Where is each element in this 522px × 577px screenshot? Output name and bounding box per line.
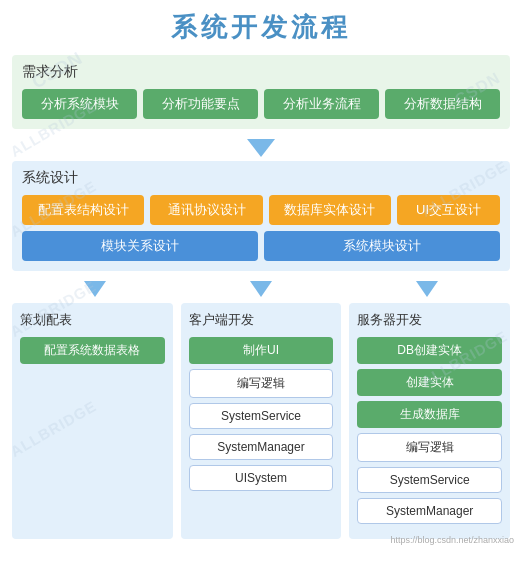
client-box-2: 编写逻辑 xyxy=(189,369,334,398)
design-section: 系统设计 配置表结构设计 通讯协议设计 数据库实体设计 UI交互设计 模块关系设… xyxy=(12,161,510,271)
client-box-3: SystemService xyxy=(189,403,334,429)
svg-marker-0 xyxy=(247,139,275,157)
server-box-5: SystemService xyxy=(357,467,502,493)
bottom-section: 策划配表 配置系统数据表格 客户端开发 制作UI 编写逻辑 SystemServ… xyxy=(12,303,510,539)
design-row1: 配置表结构设计 通讯协议设计 数据库实体设计 UI交互设计 xyxy=(22,195,500,225)
planning-box-1: 配置系统数据表格 xyxy=(20,337,165,364)
server-box-3: 生成数据库 xyxy=(357,401,502,428)
server-box-6: SystemManager xyxy=(357,498,502,524)
design-box-3: 数据库实体设计 xyxy=(269,195,391,225)
requirements-boxes: 分析系统模块 分析功能要点 分析业务流程 分析数据结构 xyxy=(22,89,500,119)
design-box-6: 系统模块设计 xyxy=(264,231,500,261)
req-box-3: 分析业务流程 xyxy=(264,89,379,119)
design-box-2: 通讯协议设计 xyxy=(150,195,263,225)
arrow-1 xyxy=(12,139,510,157)
server-box-2: 创建实体 xyxy=(357,369,502,396)
design-title: 系统设计 xyxy=(22,169,500,187)
arrows-row xyxy=(12,281,510,297)
client-box-5: UISystem xyxy=(189,465,334,491)
svg-marker-3 xyxy=(416,281,438,297)
url-text: https://blog.csdn.net/zhanxxiao xyxy=(390,535,514,545)
req-box-1: 分析系统模块 xyxy=(22,89,137,119)
col-planning: 策划配表 配置系统数据表格 xyxy=(12,303,173,539)
design-box-4: UI交互设计 xyxy=(397,195,500,225)
design-box-1: 配置表结构设计 xyxy=(22,195,144,225)
col-planning-title: 策划配表 xyxy=(20,311,165,329)
requirements-section: 需求分析 分析系统模块 分析功能要点 分析业务流程 分析数据结构 xyxy=(12,55,510,129)
page-title: 系统开发流程 xyxy=(12,10,510,45)
svg-marker-1 xyxy=(84,281,106,297)
requirements-title: 需求分析 xyxy=(22,63,500,81)
design-box-5: 模块关系设计 xyxy=(22,231,258,261)
req-box-2: 分析功能要点 xyxy=(143,89,258,119)
col-server: 服务器开发 DB创建实体 创建实体 生成数据库 编写逻辑 SystemServi… xyxy=(349,303,510,539)
design-row2: 模块关系设计 系统模块设计 xyxy=(22,231,500,261)
server-box-4: 编写逻辑 xyxy=(357,433,502,462)
req-box-4: 分析数据结构 xyxy=(385,89,500,119)
col-client-title: 客户端开发 xyxy=(189,311,334,329)
col-client: 客户端开发 制作UI 编写逻辑 SystemService SystemMana… xyxy=(181,303,342,539)
page-container: CSDN ALLBRIDGE ALLBRIDGE ALLBRIDGE ALLBR… xyxy=(0,0,522,549)
svg-marker-2 xyxy=(250,281,272,297)
client-box-4: SystemManager xyxy=(189,434,334,460)
client-box-1: 制作UI xyxy=(189,337,334,364)
col-server-title: 服务器开发 xyxy=(357,311,502,329)
server-box-1: DB创建实体 xyxy=(357,337,502,364)
